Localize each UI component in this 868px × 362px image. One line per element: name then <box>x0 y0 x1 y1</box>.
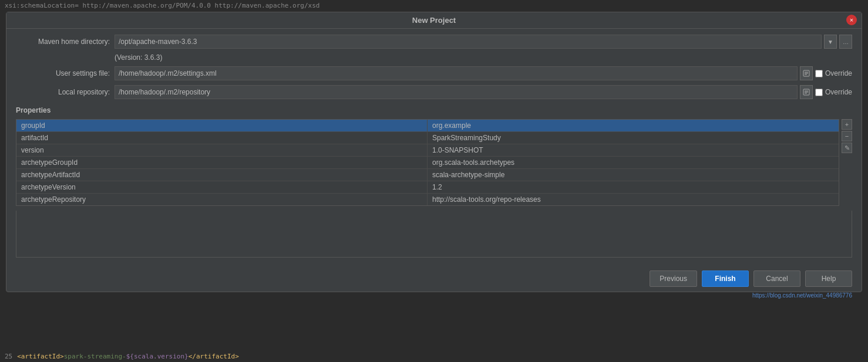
top-bar: xsi:schemaLocation= http://maven.apache.… <box>0 0 868 11</box>
help-button[interactable]: Help <box>805 270 852 287</box>
prop-val: org.example <box>428 120 839 131</box>
local-repo-row: Local repository: Overri <box>16 85 852 99</box>
properties-add-btn[interactable]: + <box>842 119 852 130</box>
prop-key: groupId <box>16 120 428 131</box>
maven-home-dropdown-btn[interactable]: ▼ <box>824 35 837 49</box>
table-row[interactable]: archetypeGroupId org.scala-tools.archety… <box>16 157 839 169</box>
prop-val: http://scala-tools.org/repo-releases <box>428 194 839 205</box>
table-row[interactable]: artifactId SparkStreamingStudy <box>16 132 839 144</box>
top-bar-text: xsi:schemaLocation= http://maven.apache.… <box>5 2 319 9</box>
maven-home-input[interactable] <box>115 35 822 49</box>
table-row[interactable]: archetypeRepository http://scala-tools.o… <box>16 194 839 205</box>
user-settings-override-checkbox[interactable]: Override <box>815 69 852 77</box>
maven-home-browse-btn[interactable]: … <box>839 35 852 49</box>
maven-home-label: Maven home directory: <box>16 38 110 46</box>
bottom-bar: 25 <artifactId>spark-streaming-${scala.v… <box>0 350 868 362</box>
properties-edit-btn[interactable]: ✎ <box>842 143 852 153</box>
table-row[interactable]: archetypeVersion 1.2 <box>16 181 839 194</box>
cancel-button[interactable]: Cancel <box>753 270 800 287</box>
prop-val: 1.0-SNAPSHOT <box>428 144 839 156</box>
prop-val: SparkStreamingStudy <box>428 132 839 144</box>
close-button[interactable]: × <box>846 15 857 25</box>
previous-button[interactable]: Previous <box>650 270 697 287</box>
maven-version-text: (Version: 3.6.3) <box>16 53 852 62</box>
local-repo-input[interactable] <box>115 85 798 99</box>
local-repo-override-checkbox[interactable]: Override <box>815 88 852 96</box>
user-settings-input[interactable] <box>115 66 798 80</box>
properties-action-buttons: + − ✎ <box>842 119 852 153</box>
dialog-title: New Project <box>412 16 456 25</box>
prop-key: archetypeGroupId <box>16 157 428 168</box>
table-row[interactable]: version 1.0-SNAPSHOT <box>16 144 839 157</box>
table-row[interactable]: groupId org.example <box>16 120 839 132</box>
user-settings-label: User settings file: <box>16 69 110 77</box>
dialog-titlebar: New Project × <box>6 12 862 29</box>
prop-val: 1.2 <box>428 181 839 193</box>
properties-area: groupId org.example artifactId SparkStre… <box>16 119 852 206</box>
tooltip-url: https://blog.csdn.net/weixin_44986776 <box>752 292 852 299</box>
table-row[interactable]: archetypeArtifactId scala-archetype-simp… <box>16 169 839 181</box>
prop-key: archetypeArtifactId <box>16 169 428 181</box>
bottom-bar-linenum: 25 <box>5 353 12 360</box>
dialog-footer: Previous Finish Cancel Help https://blog… <box>6 266 862 292</box>
finish-button[interactable]: Finish <box>702 270 749 287</box>
user-settings-browse-btn[interactable] <box>800 66 813 80</box>
prop-key: archetypeRepository <box>16 194 428 205</box>
user-settings-input-container: Override <box>115 66 852 80</box>
properties-empty-area <box>16 211 852 258</box>
prop-key: artifactId <box>16 132 428 144</box>
properties-list: groupId org.example artifactId SparkStre… <box>16 119 839 206</box>
local-repo-label: Local repository: <box>16 88 110 96</box>
dialog-body: Maven home directory: ▼ … (Version: 3.6.… <box>6 29 862 263</box>
local-repo-input-container: Override <box>115 85 852 99</box>
properties-label: Properties <box>16 106 852 114</box>
prop-val: org.scala-tools.archetypes <box>428 157 839 168</box>
prop-val: scala-archetype-simple <box>428 169 839 181</box>
main-wrapper: xsi:schemaLocation= http://maven.apache.… <box>0 0 868 362</box>
maven-home-input-container: ▼ … <box>115 35 852 49</box>
user-settings-row: User settings file: Over <box>16 66 852 80</box>
new-project-dialog: New Project × Maven home directory: ▼ … … <box>6 12 862 292</box>
maven-home-row: Maven home directory: ▼ … <box>16 35 852 49</box>
bottom-bar-code: <artifactId>spark-streaming-${scala.vers… <box>17 353 239 360</box>
properties-remove-btn[interactable]: − <box>842 131 852 141</box>
local-repo-browse-btn[interactable] <box>800 85 813 99</box>
prop-key: version <box>16 144 428 156</box>
prop-key: archetypeVersion <box>16 181 428 193</box>
